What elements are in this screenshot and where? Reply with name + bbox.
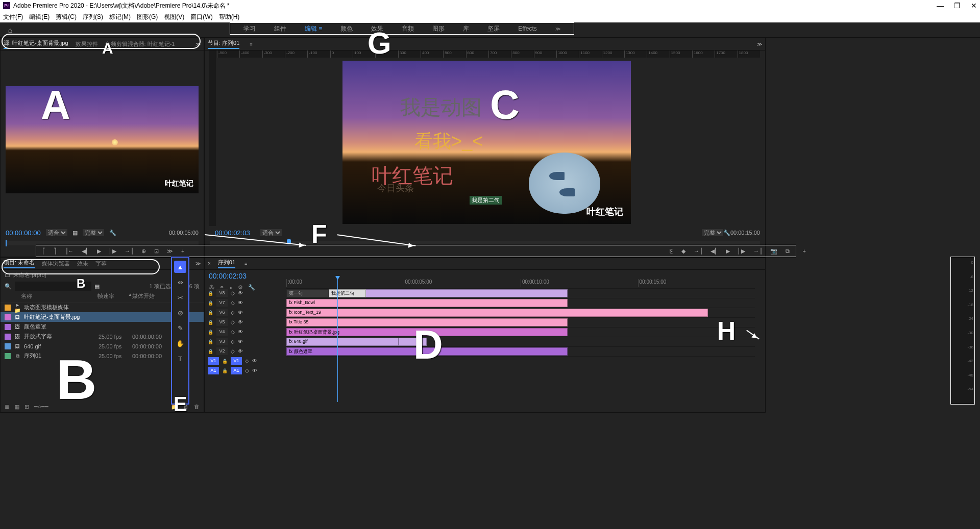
source-resolution-select[interactable]: 完整 [83,229,104,236]
timeline-clip[interactable]: fx 颜色遮罩 [286,347,568,356]
tool-button[interactable]: ✂ [174,291,186,304]
lock-icon[interactable]: 🔒 [208,300,213,306]
workspace-tab[interactable]: 学习 [234,24,265,33]
track-lane[interactable]: fx Icon_Text_19 [286,308,755,317]
close-button[interactable]: ✕ [971,2,977,10]
lock-icon[interactable]: 🔒 [208,349,213,354]
track-lane[interactable]: fx 640.gif [286,337,755,346]
source-wrench-icon[interactable]: 🔧 [109,230,116,236]
program-tab-overflow[interactable]: ≫ [757,41,762,47]
play-icon-2[interactable]: ▶ [726,248,730,255]
track-label[interactable]: V3 [216,338,228,345]
media-browser-tab[interactable]: 媒体浏览器 [42,260,70,267]
track-lane[interactable]: fx Fish_Bowl [286,298,755,308]
source-monitor[interactable]: 叶红笔记 [6,86,199,193]
lock-icon[interactable]: 🔒 [222,359,228,364]
eye-icon[interactable]: 👁 [238,348,243,354]
source-settings-icon[interactable]: ▦ [72,230,78,236]
timeline-ruler[interactable]: :00:0000:00:05:0000:00:10:0000:00:15:00 [286,279,755,287]
eye-icon[interactable]: 👁 [238,329,243,335]
track-label[interactable]: A1 [231,367,242,374]
track-label[interactable]: V4 [216,328,228,336]
project-tab[interactable]: 项目: 未命名 [4,259,35,268]
tool-button[interactable]: ⇔ [174,276,186,288]
timeline-clip[interactable]: 第一句 [286,289,329,297]
go-to-out-icon-2[interactable]: →⎥ [753,248,762,255]
menu-item[interactable]: 标记(M) [109,13,131,21]
timeline-clip[interactable]: fx Fish_Bowl [286,299,568,307]
menu-item[interactable]: 剪辑(C) [56,13,77,21]
track-label[interactable]: V8 [216,289,228,297]
menu-item[interactable]: 编辑(E) [29,13,50,21]
captions-tab[interactable]: 字幕 [95,260,107,267]
col-framerate[interactable]: 帧速率 [97,292,128,302]
toggle-sync-icon[interactable]: ◇ [231,348,235,354]
go-to-in-icon[interactable]: ⎥← [65,248,74,255]
menu-item[interactable]: 文件(F) [3,13,23,21]
track-lane[interactable] [286,366,755,375]
source-timecode-in[interactable]: 00:00:00:00 [6,229,41,237]
button-editor-icon[interactable]: + [803,248,806,254]
source-tab-effectcontrols[interactable]: 效果控件 [76,40,98,48]
program-resolution-select[interactable]: 完整 [702,229,723,236]
lock-icon[interactable]: 🔒 [208,310,213,315]
track-lane[interactable]: 开放式字幕第一句我是第二句 [286,288,755,298]
lock-icon[interactable]: 🔒 [208,339,213,344]
export-frame-icon[interactable]: 📷 [770,248,777,255]
track-lane[interactable]: fx Title 65 [286,317,755,327]
workspace-tab[interactable]: 坚屏 [478,24,509,33]
eye-icon[interactable]: 👁 [238,319,243,325]
step-fwd-icon[interactable]: ⎜▶ [109,248,116,255]
program-tab[interactable]: 节目: 序列01 [208,39,239,49]
workspace-tab[interactable]: 效果 [362,24,393,33]
eye-icon[interactable]: 👁 [238,339,243,344]
icon-view-icon[interactable]: ▦ [14,404,19,410]
tool-button[interactable]: ✎ [174,322,186,334]
project-filter-icon[interactable]: ▦ [94,283,100,290]
go-to-out-icon[interactable]: →⎥ [125,248,133,255]
col-name[interactable]: 名称 [21,292,97,302]
program-monitor[interactable]: 我是动图 看我>_< 叶红笔记 今日头条 我是第二句 叶红笔记 [342,61,631,224]
toggle-sync-icon[interactable]: ◇ [245,358,249,364]
program-timecode[interactable]: 00:00:02:03 [215,229,250,237]
track-label[interactable]: V6 [216,309,228,316]
tool-button[interactable]: T [174,352,186,365]
toggle-sync-icon[interactable]: ◇ [231,329,235,335]
workspace-tab[interactable]: 组件 [265,24,296,33]
track-lane[interactable]: fx 叶红笔记-桌面背景.jpg [286,327,755,337]
maximize-button[interactable]: ❐ [954,2,961,10]
lock-icon[interactable]: 🔒 [222,368,228,373]
trash-icon[interactable]: 🗑 [194,404,200,410]
insert-icon[interactable]: ⊕ [141,248,146,255]
toggle-sync-icon[interactable]: ◇ [231,339,235,344]
workspace-tab[interactable]: 图形 [423,24,454,33]
eye-icon[interactable]: 👁 [238,310,243,315]
eye-icon[interactable]: 👁 [252,368,257,373]
track-label[interactable]: V7 [216,299,228,307]
freeform-view-icon[interactable]: ⊞ [24,404,29,410]
eye-icon[interactable]: 👁 [252,358,257,364]
timeline-clip[interactable] [399,338,427,346]
mark-in-icon[interactable]: ⎡ [42,248,45,255]
playhead[interactable] [337,278,338,402]
project-tab-overflow[interactable]: ≫ [195,261,201,266]
col-mediastart[interactable]: 媒体开始 [132,292,173,302]
workspace-tab[interactable]: Effects [509,25,546,32]
lock-icon[interactable]: 🔒 [208,330,213,335]
mark-out-icon[interactable]: ⎤ [54,248,57,255]
toggle-sync-icon[interactable]: ◇ [231,319,235,325]
source-fit-select[interactable]: 适合 [46,229,67,236]
menu-item[interactable]: 帮助(H) [219,13,240,21]
track-label[interactable]: V5 [216,318,228,326]
lift-icon[interactable]: ⎘ [670,248,673,254]
list-view-icon[interactable]: ≣ [5,404,9,410]
timeline-clip[interactable]: fx 640.gif [286,338,399,346]
timeline-clip[interactable]: 我是第二句 [329,289,366,297]
go-to-in-icon-2[interactable]: →⎥ [694,248,702,255]
timeline-clip[interactable]: fx 叶红笔记-桌面背景.jpg [286,328,568,336]
tool-button[interactable]: ▲ [174,261,186,273]
step-back-icon[interactable]: ◀⎜ [82,248,89,255]
home-icon[interactable]: ⌂ [0,26,20,34]
toggle-sync-icon[interactable]: ◇ [245,368,249,373]
timeline-clip[interactable]: fx Icon_Text_19 [286,309,708,317]
